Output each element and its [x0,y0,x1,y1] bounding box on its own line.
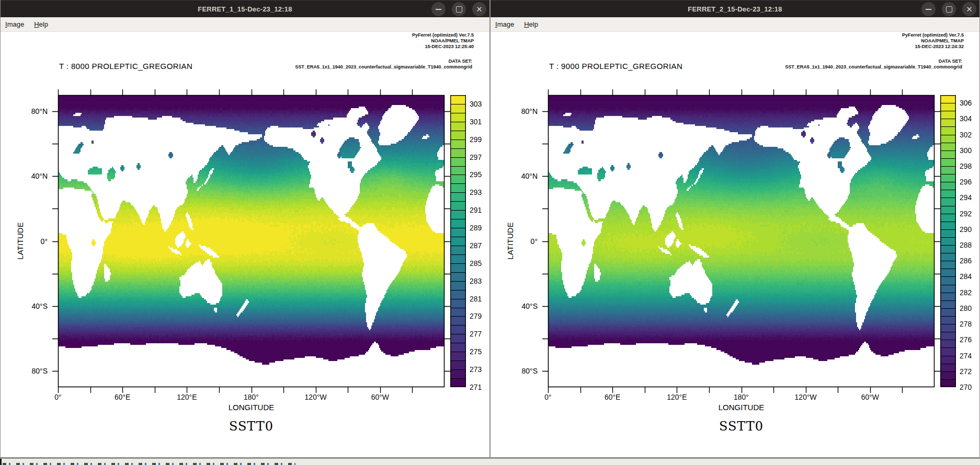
titlebar[interactable]: FERRET_1_15-Dec-23_12:18 ✕ [1,0,489,18]
background-window-strip [0,458,980,465]
y-tick-label: 80°N [15,107,48,116]
colorbar-tick-label: 295 [470,170,482,179]
menu-item-help[interactable]: Help [34,20,48,28]
close-icon: ✕ [966,5,973,13]
maximize-button[interactable] [942,2,956,16]
colorbar-tick-label: 277 [470,329,482,339]
y-tick-label: 80°S [505,366,538,376]
x-axis-label: LONGITUDE [548,403,935,412]
colorbar-tick-label: 286 [960,256,972,265]
menu-item-image[interactable]: Image [5,20,24,28]
sst-map-canvas [51,88,452,394]
y-tick-label: 40°S [505,301,538,311]
minimize-button[interactable] [921,2,936,16]
maximize-icon [946,6,952,13]
colorbar-tick-label: 281 [470,294,482,304]
colorbar-tick-label: 278 [960,319,972,329]
colorbar-tick-label: 272 [960,367,972,376]
colorbar-tick-label: 302 [960,130,972,140]
colorbar-tick-label: 292 [960,209,972,218]
minimize-icon [436,9,441,10]
menu-bar: Image Help [491,17,979,32]
window-controls: ✕ [431,2,486,16]
branding-line-version: PyFerret (optimized) Ver.7.5 [902,32,964,38]
window-title: FERRET_2_15-Dec-23_12:18 [688,5,782,13]
colorbar-tick-label: 299 [470,135,482,144]
titlebar[interactable]: FERRET_2_15-Dec-23_12:18 ✕ [491,0,979,18]
window-controls: ✕ [921,2,976,16]
colorbar-tick-label: 296 [960,177,972,187]
colorbar-tick-label: 293 [470,188,482,197]
colorbar [450,95,466,387]
x-tick-label: 60°E [605,393,621,401]
background-terminal-edge [0,459,2,465]
dataset-name: SST_ERA5_1x1_1940_2023_counterfactual_si… [295,64,472,70]
colorbar-tick-label: 276 [960,335,972,344]
colorbar-tick-label: 294 [960,193,972,202]
y-tick-label: 80°S [15,366,48,376]
branding-line-version: PyFerret (optimized) Ver.7.5 [412,32,474,38]
y-tick-label: 40°N [15,171,48,181]
ferret-window-1: FERRET_1_15-Dec-23_12:18 ✕ Image Help Py… [0,0,490,458]
x-tick-label: 0° [54,393,61,401]
x-tick-label: 120°E [667,393,687,401]
close-button[interactable]: ✕ [962,2,976,16]
colorbar-tick-label: 306 [960,98,972,108]
pyferret-branding: PyFerret (optimized) Ver.7.5 NOAA/PMEL T… [412,32,474,50]
dataset-block: DATA SET: SST_ERA5_1x1_1940_2023_counter… [295,59,472,70]
colorbar-tick-label: 280 [960,304,972,313]
sst-map-canvas [541,88,942,394]
dataset-block: DATA SET: SST_ERA5_1x1_1940_2023_counter… [785,59,962,70]
colorbar-tick-label: 291 [470,205,482,215]
y-tick-label: 40°N [505,171,538,181]
colorbar-tick-label: 283 [470,276,482,286]
y-tick-label: 40°S [15,301,48,311]
colorbar-tick-label: 303 [470,99,482,109]
background-terminal-text-sliver [3,463,295,465]
colorbar-tick-label: 270 [960,382,972,392]
y-tick-label: 0° [505,237,538,246]
colorbar-tick-label: 297 [470,153,482,162]
colorbar-tick-label: 290 [960,225,972,234]
close-icon: ✕ [476,5,483,13]
dataset-name: SST_ERA5_1x1_1940_2023_counterfactual_si… [785,64,962,70]
branding-line-org: NOAA/PMEL TMAP [412,38,474,44]
branding-line-org: NOAA/PMEL TMAP [902,38,964,44]
variable-label: SSTT0 [58,419,445,434]
x-axis-label: LONGITUDE [58,403,445,412]
maximize-button[interactable] [452,2,466,16]
dataset-label: DATA SET: [295,59,472,64]
colorbar-tick-label: 284 [960,272,972,281]
x-tick-label: 60°W [371,393,389,401]
colorbar-tick-label: 298 [960,161,972,171]
dataset-label: DATA SET: [785,59,962,64]
pyferret-branding: PyFerret (optimized) Ver.7.5 NOAA/PMEL T… [902,32,964,50]
close-button[interactable]: ✕ [472,2,486,16]
x-tick-label: 120°E [177,393,197,401]
colorbar-tick-label: 282 [960,288,972,297]
variable-label: SSTT0 [548,419,935,434]
colorbar-tick-label: 304 [960,114,972,123]
branding-line-timestamp: 15-DEC-2023 12:24:32 [902,44,964,50]
branding-line-timestamp: 15-DEC-2023 12:25:40 [412,44,474,50]
colorbar-tick-label: 301 [470,117,482,126]
window-title: FERRET_1_15-Dec-23_12:18 [198,5,292,13]
x-tick-label: 180° [244,393,259,401]
y-tick-label: 80°N [505,107,538,116]
colorbar-tick-label: 300 [960,146,972,155]
plot-time-title: T : 8000 PROLEPTIC_GREGORIAN [59,62,192,71]
colorbar-tick-label: 285 [470,259,482,268]
menu-item-help[interactable]: Help [524,20,538,28]
x-tick-label: 120°W [795,393,817,401]
menu-item-image[interactable]: Image [495,20,514,28]
ferret-window-2: FERRET_2_15-Dec-23_12:18 ✕ Image Help Py… [490,0,980,458]
colorbar-tick-label: 273 [470,365,482,374]
x-tick-label: 60°W [861,393,879,401]
colorbar-tick-label: 279 [470,311,482,321]
maximize-icon [456,6,462,13]
colorbar-tick-label: 287 [470,241,482,250]
menu-bar: Image Help [1,17,489,32]
minimize-button[interactable] [431,2,446,16]
colorbar-tick-label: 289 [470,223,482,233]
colorbar-tick-label: 274 [960,351,972,361]
